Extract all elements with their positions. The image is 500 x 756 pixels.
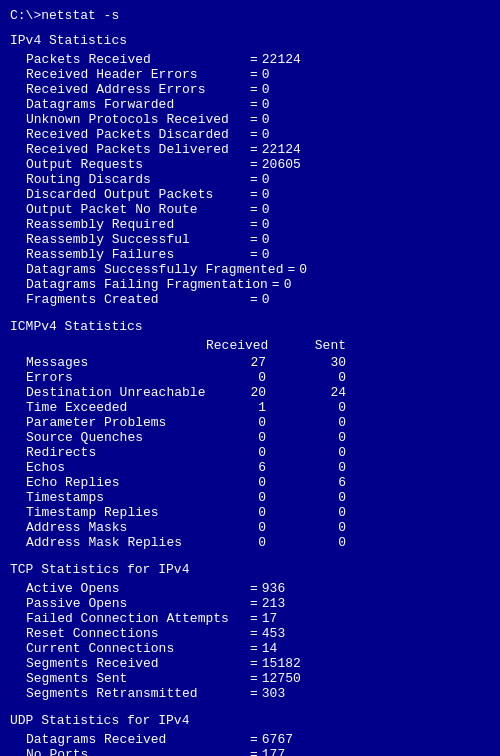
- tcp-stat-row: Reset Connections = 453: [10, 626, 490, 641]
- udp-stat-row: No Ports = 177: [10, 747, 490, 756]
- stat-equals: =: [246, 611, 262, 626]
- tcp-stat-row: Current Connections = 14: [10, 641, 490, 656]
- ipv4-stat-row: Received Packets Delivered = 22124: [10, 142, 490, 157]
- stat-value: 0: [262, 67, 270, 82]
- ipv4-section: IPv4 Statistics Packets Received = 22124…: [10, 33, 490, 307]
- stat-equals: =: [246, 67, 262, 82]
- tcp-stat-row: Segments Received = 15182: [10, 656, 490, 671]
- udp-header: UDP Statistics for IPv4: [10, 713, 490, 728]
- ipv4-header: IPv4 Statistics: [10, 33, 490, 48]
- tcp-stat-row: Passive Opens = 213: [10, 596, 490, 611]
- stat-value: 0: [262, 82, 270, 97]
- ipv4-stat-row: Routing Discards = 0: [10, 172, 490, 187]
- stat-label: Reassembly Failures: [26, 247, 246, 262]
- icmpv4-stat-row: Time Exceeded10: [10, 400, 490, 415]
- stat-value: 0: [262, 187, 270, 202]
- stat-label: Output Requests: [26, 157, 246, 172]
- stat-value: 0: [262, 247, 270, 262]
- ipv4-stat-row: Received Header Errors = 0: [10, 67, 490, 82]
- icmp-sent-value: 24: [286, 385, 346, 400]
- stat-equals: =: [246, 172, 262, 187]
- stat-label: Segments Retransmitted: [26, 686, 246, 701]
- udp-stat-row: Datagrams Received = 6767: [10, 732, 490, 747]
- stat-equals: =: [246, 82, 262, 97]
- icmp-sent-value: 0: [286, 370, 346, 385]
- stat-equals: =: [246, 217, 262, 232]
- stat-equals: =: [246, 112, 262, 127]
- icmp-sent-value: 0: [286, 400, 346, 415]
- stat-equals: =: [246, 187, 262, 202]
- udp-rows: Datagrams Received = 6767No Ports = 177R…: [10, 732, 490, 756]
- stat-label: Datagrams Forwarded: [26, 97, 246, 112]
- stat-equals: =: [246, 596, 262, 611]
- icmp-received-value: 0: [206, 505, 286, 520]
- tcp-stat-row: Segments Sent = 12750: [10, 671, 490, 686]
- icmp-label: Address Masks: [26, 520, 206, 535]
- icmp-received-value: 0: [206, 445, 286, 460]
- stat-label: Packets Received: [26, 52, 246, 67]
- ipv4-stat-row: Reassembly Required = 0: [10, 217, 490, 232]
- stat-value: 0: [262, 232, 270, 247]
- icmpv4-section: ICMPv4 Statistics Received Sent Messages…: [10, 319, 490, 550]
- stat-value: 17: [262, 611, 278, 626]
- stat-value: 0: [262, 172, 270, 187]
- ipv4-stat-row: Datagrams Forwarded = 0: [10, 97, 490, 112]
- stat-label: Discarded Output Packets: [26, 187, 246, 202]
- stat-equals: =: [246, 157, 262, 172]
- icmp-received-value: 20: [206, 385, 286, 400]
- icmp-sent-value: 0: [286, 415, 346, 430]
- stat-value: 177: [262, 747, 285, 756]
- stat-label: Reset Connections: [26, 626, 246, 641]
- icmp-sent-value: 0: [286, 460, 346, 475]
- icmpv4-sent-col-header: Sent: [286, 338, 346, 353]
- icmpv4-rows: Messages2730Errors00Destination Unreacha…: [10, 355, 490, 550]
- icmp-label: Destination Unreachable: [26, 385, 206, 400]
- icmp-sent-value: 0: [286, 505, 346, 520]
- icmp-label: Errors: [26, 370, 206, 385]
- stat-value: 453: [262, 626, 285, 641]
- stat-value: 0: [262, 97, 270, 112]
- stat-label: Passive Opens: [26, 596, 246, 611]
- icmp-received-value: 0: [206, 490, 286, 505]
- stat-equals: =: [283, 262, 299, 277]
- udp-section: UDP Statistics for IPv4 Datagrams Receiv…: [10, 713, 490, 756]
- icmp-received-value: 6: [206, 460, 286, 475]
- ipv4-stat-row: Output Packet No Route = 0: [10, 202, 490, 217]
- icmp-received-value: 0: [206, 475, 286, 490]
- ipv4-stat-row: Output Requests = 20605: [10, 157, 490, 172]
- stat-label: Reassembly Successful: [26, 232, 246, 247]
- stat-value: 303: [262, 686, 285, 701]
- icmpv4-stat-row: Parameter Problems00: [10, 415, 490, 430]
- ipv4-stat-row: Received Packets Discarded = 0: [10, 127, 490, 142]
- stat-label: Unknown Protocols Received: [26, 112, 246, 127]
- icmp-sent-value: 30: [286, 355, 346, 370]
- stat-label: Received Header Errors: [26, 67, 246, 82]
- stat-value: 14: [262, 641, 278, 656]
- stat-label: Received Packets Delivered: [26, 142, 246, 157]
- stat-equals: =: [246, 97, 262, 112]
- stat-label: Current Connections: [26, 641, 246, 656]
- stat-label: Reassembly Required: [26, 217, 246, 232]
- icmp-label: Redirects: [26, 445, 206, 460]
- stat-equals: =: [246, 581, 262, 596]
- icmp-received-value: 27: [206, 355, 286, 370]
- tcp-header: TCP Statistics for IPv4: [10, 562, 490, 577]
- stat-value: 0: [284, 277, 292, 292]
- stat-value: 6767: [262, 732, 293, 747]
- stat-label: Routing Discards: [26, 172, 246, 187]
- ipv4-stat-row: Fragments Created = 0: [10, 292, 490, 307]
- stat-equals: =: [246, 732, 262, 747]
- icmpv4-stat-row: Echos60: [10, 460, 490, 475]
- icmp-sent-value: 0: [286, 490, 346, 505]
- icmp-sent-value: 0: [286, 535, 346, 550]
- stat-value: 936: [262, 581, 285, 596]
- icmpv4-stat-row: Errors00: [10, 370, 490, 385]
- icmpv4-stat-row: Timestamp Replies00: [10, 505, 490, 520]
- stat-equals: =: [246, 626, 262, 641]
- ipv4-stat-row: Unknown Protocols Received = 0: [10, 112, 490, 127]
- icmp-received-value: 0: [206, 520, 286, 535]
- icmp-label: Timestamps: [26, 490, 206, 505]
- tcp-stat-row: Segments Retransmitted = 303: [10, 686, 490, 701]
- stat-label: Active Opens: [26, 581, 246, 596]
- icmpv4-stat-row: Redirects00: [10, 445, 490, 460]
